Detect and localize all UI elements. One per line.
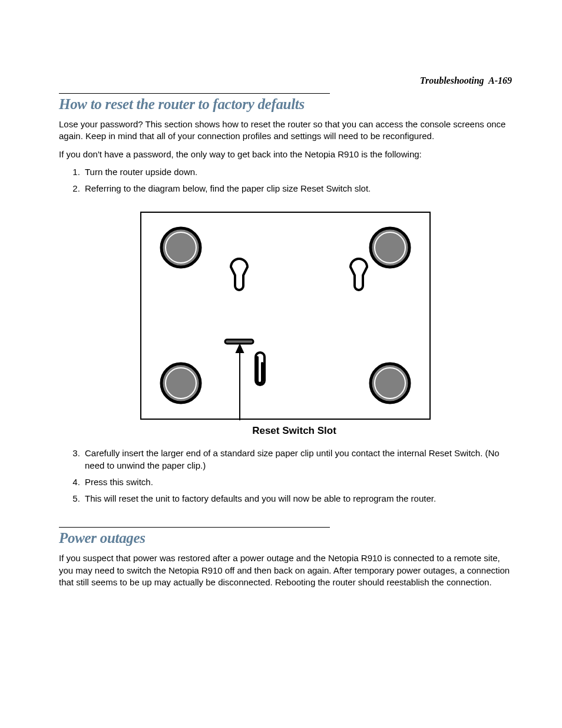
router-diagram-svg bbox=[140, 211, 431, 420]
router-bottom-diagram bbox=[59, 211, 512, 420]
list-item: Turn the router upside down. bbox=[82, 166, 512, 178]
page-header: Troubleshooting A-169 bbox=[420, 75, 512, 86]
svg-point-4 bbox=[375, 232, 405, 263]
diagram-caption: Reset Switch Slot bbox=[59, 425, 512, 437]
steps-list: Turn the router upside down. Referring t… bbox=[59, 166, 512, 195]
list-item: Carefully insert the larger end of a sta… bbox=[82, 447, 512, 472]
paragraph: If you suspect that power was restored a… bbox=[59, 552, 512, 588]
svg-rect-9 bbox=[225, 340, 253, 344]
heading-power-outages: Power outages bbox=[59, 530, 512, 546]
paragraph: If you don't have a password, the only w… bbox=[59, 149, 512, 160]
section-rule bbox=[59, 93, 330, 94]
svg-point-8 bbox=[375, 368, 405, 398]
list-item: This will reset the unit to factory defa… bbox=[82, 493, 512, 505]
section-rule bbox=[59, 527, 330, 528]
heading-factory-reset: How to reset the router to factory defau… bbox=[59, 96, 512, 113]
list-item: Press this switch. bbox=[82, 476, 512, 488]
header-section: Troubleshooting bbox=[420, 75, 484, 85]
document-page: Troubleshooting A-169 How to reset the r… bbox=[0, 0, 562, 728]
svg-point-6 bbox=[166, 368, 196, 398]
header-page-number: A-169 bbox=[488, 75, 512, 85]
list-item: Referring to the diagram below, find the… bbox=[82, 183, 512, 195]
paragraph: Lose your password? This section shows h… bbox=[59, 118, 512, 143]
svg-point-2 bbox=[166, 232, 196, 263]
steps-list-continued: Carefully insert the larger end of a sta… bbox=[59, 447, 512, 505]
